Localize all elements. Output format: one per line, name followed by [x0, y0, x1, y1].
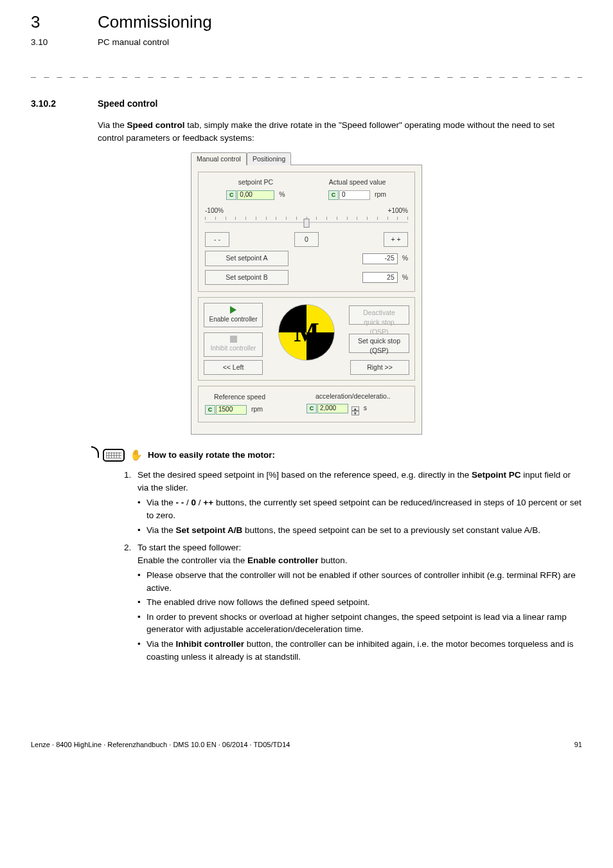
- actual-speed-label: Actual speed value: [306, 177, 408, 187]
- setpoint-a-value[interactable]: -25: [362, 253, 398, 264]
- step-2-sub-1: Please observe that the controller will …: [138, 569, 582, 594]
- step-1-sub-1: Via the - - / 0 / ++ buttons, the curren…: [138, 496, 582, 521]
- divider: _ _ _ _ _ _ _ _ _ _ _ _ _ _ _ _ _ _ _ _ …: [31, 66, 582, 79]
- c-button[interactable]: C: [205, 405, 215, 415]
- step-1-sub-2: Via the Set setpoint A/B buttons, the sp…: [138, 524, 582, 537]
- actual-speed-unit: rpm: [375, 190, 386, 198]
- reference-speed-unit: rpm: [251, 405, 263, 413]
- page-number: 91: [574, 740, 582, 750]
- actual-speed-value: 0: [339, 190, 370, 200]
- setpoint-pc-input[interactable]: 0,00: [237, 190, 274, 200]
- minus-minus-button[interactable]: - -: [205, 232, 229, 247]
- howto-title: How to easily rotate the motor:: [148, 449, 275, 462]
- keyboard-cable-icon: [91, 446, 99, 458]
- accel-stepper[interactable]: ▴▾: [351, 406, 359, 415]
- motor-icon: [278, 304, 335, 361]
- step-2-sub-2: The enabled drive now follows the define…: [138, 596, 582, 609]
- c-button[interactable]: C: [328, 190, 339, 200]
- reference-speed-input[interactable]: 1500: [216, 405, 247, 415]
- slider-min-label: -100%: [205, 206, 224, 216]
- set-setpoint-b-button[interactable]: Set setpoint B: [205, 270, 289, 285]
- c-button[interactable]: C: [226, 190, 236, 200]
- accel-decel-unit: s: [364, 404, 367, 411]
- right-button[interactable]: Right >>: [350, 360, 409, 375]
- accel-decel-input[interactable]: 2,000: [317, 404, 348, 413]
- setpoint-pc-label: setpoint PC: [205, 177, 306, 187]
- intro-paragraph: Via the Speed control tab, simply make t…: [98, 119, 582, 144]
- step-1: Set the desired speed setpoint in [%] ba…: [134, 469, 582, 536]
- step-2-sub-4: Via the Inhibit controller button, the c…: [138, 638, 582, 663]
- tab-positioning[interactable]: Positioning: [247, 152, 291, 165]
- footer-left: Lenze · 8400 HighLine · Referenzhandbuch…: [31, 740, 290, 750]
- set-setpoint-a-button[interactable]: Set setpoint A: [205, 251, 289, 266]
- slider-max-label: +100%: [388, 206, 408, 216]
- plus-plus-button[interactable]: + +: [384, 232, 408, 247]
- left-button[interactable]: << Left: [204, 360, 263, 375]
- subchapter-title: PC manual control: [98, 36, 169, 49]
- step-2-sub-3: In order to prevent shocks or overload a…: [138, 611, 582, 636]
- speed-slider[interactable]: [205, 217, 408, 227]
- step-2: To start the speed follower: Enable the …: [134, 541, 582, 663]
- keyboard-icon: [103, 449, 125, 462]
- tab-manual-control[interactable]: Manual control: [191, 152, 247, 165]
- hand-icon: ✋: [130, 448, 143, 462]
- enable-controller-button[interactable]: Enable controller: [204, 303, 263, 328]
- accel-decel-label: acceleration/deceleratio..: [306, 392, 408, 401]
- setpoint-pc-unit: %: [279, 190, 285, 198]
- inhibit-controller-button[interactable]: Inhibit controller: [204, 332, 263, 357]
- set-qsp-button[interactable]: Set quick stop (QSP): [349, 334, 409, 353]
- dialog-screenshot: Manual control Positioning setpoint PC C…: [191, 152, 422, 435]
- subchapter-number: 3.10: [31, 36, 98, 49]
- deactivate-qsp-button[interactable]: Deactivate quick stop (QSP): [349, 305, 409, 325]
- stop-icon: [230, 336, 237, 343]
- percent-unit: %: [402, 273, 408, 281]
- reference-speed-label: Reference speed: [205, 392, 306, 402]
- chapter-number: 3: [31, 10, 98, 35]
- section-title: Speed control: [98, 97, 157, 110]
- section-number: 3.10.2: [31, 97, 98, 110]
- chapter-title: Commissioning: [98, 10, 212, 35]
- percent-unit: %: [402, 254, 408, 262]
- c-button[interactable]: C: [306, 404, 317, 413]
- play-icon: [230, 306, 236, 314]
- setpoint-b-value[interactable]: 25: [362, 272, 398, 283]
- zero-button[interactable]: 0: [294, 232, 319, 247]
